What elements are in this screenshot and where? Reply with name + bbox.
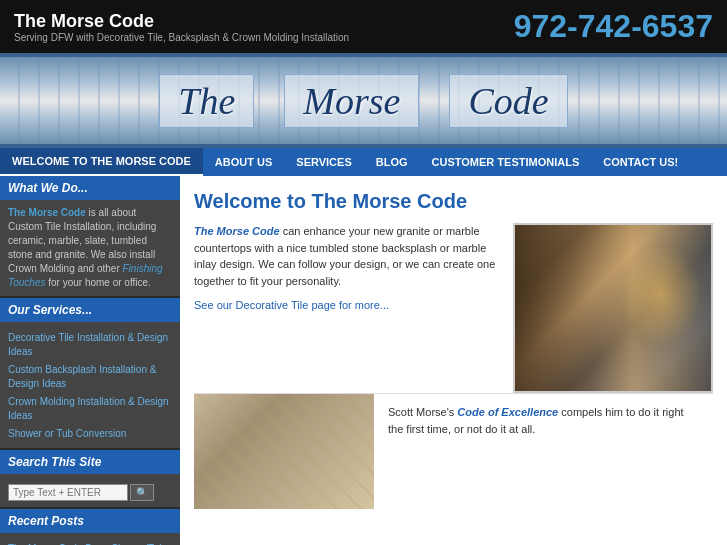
sidebar-recent-posts-body: The Morse Code Does Shower/Tub Conversio… — [0, 533, 180, 545]
recent-posts-list: The Morse Code Does Shower/Tub Conversio… — [8, 539, 172, 545]
list-item: Decorative Tile Installation & Design Id… — [8, 328, 172, 360]
brand-name: The Morse Code — [194, 225, 280, 237]
main-layout: What We Do... The Morse Code is all abou… — [0, 176, 727, 545]
bottom-intro-text: Scott Morse's — [388, 406, 454, 418]
sidebar-services-list: Decorative Tile Installation & Design Id… — [8, 328, 172, 442]
header-branding: The Morse Code Serving DFW with Decorati… — [14, 11, 349, 43]
service-link-4[interactable]: Shower or Tub Conversion — [8, 428, 126, 439]
sidebar-what-we-do-body: The Morse Code is all about Custom Tile … — [0, 200, 180, 296]
search-button[interactable]: 🔍 — [130, 484, 154, 501]
service-link-3[interactable]: Crown Molding Installation & Design Idea… — [8, 396, 169, 421]
site-banner: The Morse Code — [0, 53, 727, 148]
search-form: 🔍 — [8, 484, 172, 501]
content-paragraph-1: The Morse Code can enhance your new gran… — [194, 223, 499, 289]
content-link-wrapper: See our Decorative Tile page for more... — [194, 297, 499, 314]
nav-item-blog[interactable]: BLOG — [364, 148, 420, 176]
service-link-1[interactable]: Decorative Tile Installation & Design Id… — [8, 332, 168, 357]
sidebar-search-title: Search This Site — [0, 450, 180, 474]
nav-item-welcome[interactable]: WELCOME TO THE MORSE CODE — [0, 148, 203, 176]
list-item: Shower or Tub Conversion — [8, 424, 172, 442]
sidebar-services: Our Services... Decorative Tile Installa… — [0, 298, 180, 448]
list-item: Custom Backsplash Installation & Design … — [8, 360, 172, 392]
nav-item-contact[interactable]: CONTACT US! — [591, 148, 690, 176]
kitchen-photo — [513, 223, 713, 393]
nav-item-testimonials[interactable]: CUSTOMER TESTIMONIALS — [420, 148, 592, 176]
main-navigation: WELCOME TO THE MORSE CODE ABOUT US SERVI… — [0, 148, 727, 176]
banner-word-1: The — [159, 74, 254, 128]
sidebar-what-we-do-text: The Morse Code is all about Custom Tile … — [8, 206, 172, 290]
nav-item-about[interactable]: ABOUT US — [203, 148, 284, 176]
sidebar-services-title: Our Services... — [0, 298, 180, 322]
content-columns: The Morse Code can enhance your new gran… — [194, 223, 713, 393]
sidebar: What We Do... The Morse Code is all abou… — [0, 176, 180, 545]
nav-item-services[interactable]: SERVICES — [284, 148, 363, 176]
service-link-2[interactable]: Custom Backsplash Installation & Design … — [8, 364, 156, 389]
site-title: The Morse Code — [14, 11, 349, 32]
content-text: The Morse Code can enhance your new gran… — [194, 223, 499, 393]
sidebar-recent-posts-title: Recent Posts — [0, 509, 180, 533]
main-content: Welcome to The Morse Code The Morse Code… — [180, 176, 727, 545]
phone-number[interactable]: 972-742-6537 — [514, 8, 713, 45]
banner-word-2: Morse — [284, 74, 419, 128]
page-title: Welcome to The Morse Code — [194, 190, 713, 213]
sidebar-search-body: 🔍 — [0, 474, 180, 507]
sidebar-recent-posts: Recent Posts The Morse Code Does Shower/… — [0, 509, 180, 545]
search-input[interactable] — [8, 484, 128, 501]
banner-logo: The Morse Code — [159, 74, 567, 128]
site-header: The Morse Code Serving DFW with Decorati… — [0, 0, 727, 53]
bottom-description: Scott Morse's Code of Excellence compels… — [374, 394, 713, 509]
bottom-content-section: Scott Morse's Code of Excellence compels… — [194, 393, 713, 509]
tile-photo-bottom — [194, 394, 374, 509]
sidebar-search: Search This Site 🔍 — [0, 450, 180, 507]
list-item: Crown Molding Installation & Design Idea… — [8, 392, 172, 424]
sidebar-services-body: Decorative Tile Installation & Design Id… — [0, 322, 180, 448]
site-tagline: Serving DFW with Decorative Tile, Backsp… — [14, 32, 349, 43]
kitchen-image-wrapper — [513, 223, 713, 393]
list-item: The Morse Code Does Shower/Tub Conversio… — [8, 539, 172, 545]
code-of-excellence-link[interactable]: Code of Excellence — [457, 406, 558, 418]
decorative-tile-link[interactable]: See our Decorative Tile page for more... — [194, 299, 389, 311]
banner-word-3: Code — [449, 74, 567, 128]
sidebar-what-we-do-title: What We Do... — [0, 176, 180, 200]
sidebar-what-we-do: What We Do... The Morse Code is all abou… — [0, 176, 180, 296]
